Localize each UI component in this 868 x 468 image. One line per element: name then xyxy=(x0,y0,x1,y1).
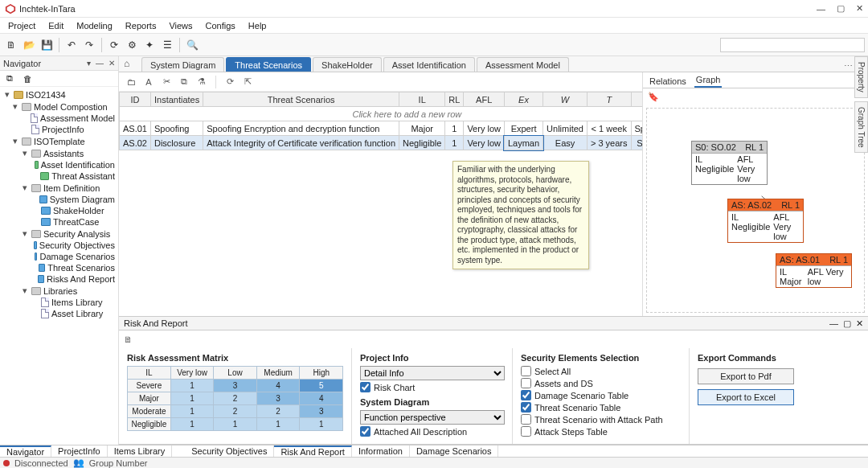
dock-maximize-icon[interactable]: ▢ xyxy=(843,318,851,329)
tree-model-composition[interactable]: ▾Model Compostion xyxy=(2,101,117,113)
folder-icon[interactable]: 🗀 xyxy=(124,75,138,89)
collapse-all-icon[interactable]: ⧉ xyxy=(3,72,16,85)
btab-damage-scenarios[interactable]: Damage Scenarios xyxy=(410,445,499,457)
tree-items-library[interactable]: Items Library xyxy=(2,297,117,308)
menu-project[interactable]: Project xyxy=(3,19,40,32)
btab-items-library[interactable]: Items Library xyxy=(108,445,173,457)
tree-shakeholder[interactable]: ShakeHolder xyxy=(2,205,117,216)
refresh-icon[interactable]: ⟳ xyxy=(106,37,122,53)
btab-navigator[interactable]: Navigator xyxy=(0,445,51,457)
navigator-close-icon[interactable]: ✕ xyxy=(108,59,115,68)
attached-check[interactable]: Attached All Description xyxy=(360,426,504,437)
tab-assessment-model[interactable]: Assessment Model xyxy=(477,57,569,72)
export-icon[interactable]: ⇱ xyxy=(240,75,255,89)
tree-damage-scenarios[interactable]: Damage Scenarios xyxy=(2,251,117,262)
tree-security-objectives[interactable]: Security Objectives xyxy=(2,240,117,251)
delete-icon[interactable]: 🗑 xyxy=(21,72,34,85)
minimize-button[interactable]: ― xyxy=(817,4,825,14)
btab-information[interactable]: Information xyxy=(352,445,410,457)
refresh-icon[interactable]: ⟳ xyxy=(223,75,237,89)
tree-asset-library[interactable]: Asset Library xyxy=(2,308,117,319)
graph-canvas[interactable]: S0: SO.02RL 1 IL NegligibleAFL Very low … xyxy=(646,108,865,313)
col-t[interactable]: T xyxy=(587,92,631,107)
col-il[interactable]: IL xyxy=(399,92,445,107)
font-icon[interactable]: A xyxy=(141,75,156,89)
chk-assets-ds[interactable]: Assets and DS xyxy=(521,378,681,388)
dock-minimize-icon[interactable]: — xyxy=(829,318,838,328)
chk-damage-table[interactable]: Damage Scenario Table xyxy=(521,390,681,400)
tree-security-analysis[interactable]: ▾Security Analysis xyxy=(2,228,117,240)
maximize-button[interactable]: ▢ xyxy=(837,3,845,14)
table-row[interactable]: AS.01 Spoofing Spoofing Encryption and d… xyxy=(120,121,643,136)
tree-risks-report[interactable]: Risks And Report xyxy=(2,273,117,285)
dock-close-icon[interactable]: ✕ xyxy=(856,318,863,329)
cut-icon[interactable]: ✂ xyxy=(159,75,174,89)
export-excel-button[interactable]: Export to Excel xyxy=(698,389,794,405)
col-eq[interactable]: Eq xyxy=(631,92,642,107)
new-icon[interactable]: 🗎 xyxy=(3,37,19,53)
tree-projectinfo[interactable]: ProjectInfo xyxy=(2,124,117,135)
undo-icon[interactable]: ↶ xyxy=(63,37,80,53)
graph-node-so[interactable]: S0: SO.02RL 1 IL NegligibleAFL Very low xyxy=(691,141,768,185)
close-button[interactable]: ✕ xyxy=(856,3,863,14)
menu-edit[interactable]: Edit xyxy=(43,19,68,32)
redo-icon[interactable]: ↷ xyxy=(81,37,97,53)
open-icon[interactable]: 📂 xyxy=(21,37,37,53)
graph-node-as02[interactable]: AS: AS.02RL 1 IL NegligibleAFL Very low xyxy=(727,199,804,243)
tree-icon[interactable]: ☰ xyxy=(159,37,175,53)
menu-configs[interactable]: Configs xyxy=(201,19,240,32)
btab-security-objectives[interactable]: Security Objectives xyxy=(185,445,274,457)
chk-threat-table[interactable]: Threat Scenario Table xyxy=(521,402,681,413)
tab-shakeholder[interactable]: ShakeHolder xyxy=(313,57,382,72)
tree-libraries[interactable]: ▾Libraries xyxy=(2,285,117,297)
menu-modeling[interactable]: Modeling xyxy=(72,19,117,32)
tree-threatcase[interactable]: ThreatCase xyxy=(2,216,117,228)
risk-chart-check[interactable]: Risk Chart xyxy=(360,382,504,392)
col-threat-scenarios[interactable]: Threat Scenarios xyxy=(203,92,399,107)
search-input[interactable] xyxy=(720,38,865,52)
tree-iso-template[interactable]: ▾ISOTemplate xyxy=(2,135,117,147)
tabs-menu-icon[interactable]: ⋯ xyxy=(844,61,853,72)
search-icon[interactable]: 🔍 xyxy=(184,37,200,53)
btab-risk-report[interactable]: Risk And Report xyxy=(274,445,351,457)
tree-threat-assistant[interactable]: Threat Assistant xyxy=(2,170,117,182)
chk-select-all[interactable]: Select All xyxy=(521,366,681,376)
menu-views[interactable]: Views xyxy=(164,19,197,32)
rp-tab-relations[interactable]: Relations xyxy=(648,75,688,88)
detail-info-select[interactable]: Detail Info xyxy=(360,366,505,380)
rp-tab-graph[interactable]: Graph xyxy=(694,73,723,88)
home-icon[interactable]: ⌂ xyxy=(124,58,129,69)
graph-node-as01[interactable]: AS: AS.01RL 1 IL MajorAFL Very low xyxy=(776,253,852,288)
tree-assistants[interactable]: ▾Assistants xyxy=(2,147,117,159)
chk-attack-steps[interactable]: Attack Steps Table xyxy=(521,426,681,437)
navigator-minimize-icon[interactable]: — xyxy=(96,59,104,68)
col-ex[interactable]: Ex xyxy=(504,92,542,107)
side-tab-property[interactable]: Property xyxy=(854,56,868,98)
add-row[interactable]: Click here to add a new row xyxy=(120,107,643,121)
copy-icon[interactable]: ⧉ xyxy=(177,75,191,89)
table-row-selected[interactable]: AS.02 Disclosure Attack Integrity of Cer… xyxy=(120,136,643,150)
tab-asset-identification[interactable]: Asset Identification xyxy=(383,57,475,72)
col-instantiates[interactable]: Instantiates xyxy=(150,92,203,107)
col-afl[interactable]: AFL xyxy=(464,92,505,107)
col-rl[interactable]: RL xyxy=(445,92,464,107)
tree-system-diagram[interactable]: System Diagram xyxy=(2,194,117,205)
save-icon[interactable]: 💾 xyxy=(39,37,55,53)
tab-threat-scenarios[interactable]: Threat Scenarios xyxy=(226,57,311,72)
tree-item-definition[interactable]: ▾Item Definition xyxy=(2,182,117,194)
export-pdf-button[interactable]: Export to Pdf xyxy=(698,368,794,384)
side-tab-graph-tree[interactable]: Graph Tree xyxy=(854,101,868,154)
menu-reports[interactable]: Reports xyxy=(121,19,162,32)
menu-help[interactable]: Help xyxy=(244,19,272,32)
dock-doc-icon[interactable]: 🗎 xyxy=(124,335,133,344)
tree-root[interactable]: ▾ISO21434 xyxy=(2,88,117,101)
system-diagram-select[interactable]: Function perspective xyxy=(360,410,505,425)
tree-threat-scenarios[interactable]: Threat Scenarios xyxy=(2,262,117,273)
graph-tag-icon[interactable]: 🔖 xyxy=(648,92,659,102)
chk-threat-attack-path[interactable]: Threat Scenario with Attack Path xyxy=(521,414,681,425)
tree-assessment-model[interactable]: Assessment Model xyxy=(2,113,117,124)
col-id[interactable]: ID xyxy=(120,92,151,107)
navigator-dropdown-icon[interactable]: ▾ xyxy=(87,59,91,68)
tab-system-diagram[interactable]: System Diagram xyxy=(141,57,224,72)
filter-icon[interactable]: ⚗ xyxy=(194,75,209,89)
